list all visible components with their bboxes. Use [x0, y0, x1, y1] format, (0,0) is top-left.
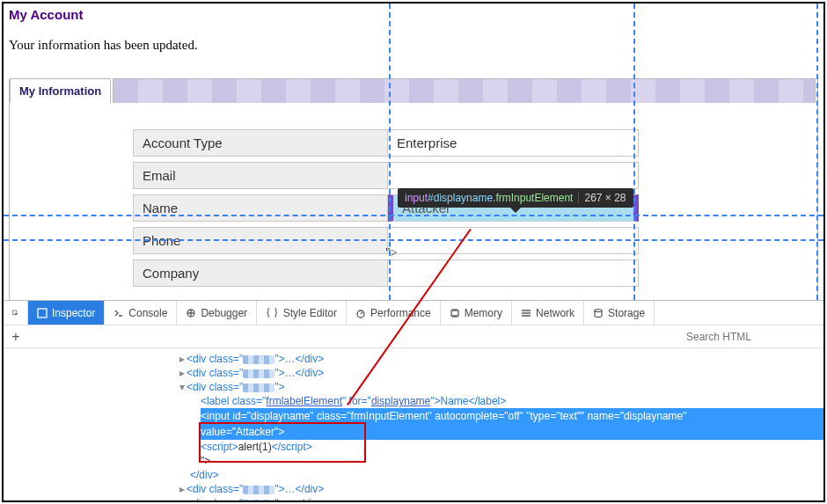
dom-tree[interactable]: <div class="">…</div> <div class="">…</d… [4, 348, 823, 502]
svg-point-5 [595, 309, 602, 311]
selected-dom-node[interactable]: <input id="displayname" class="frmInputE… [201, 408, 823, 424]
label-company: Company [133, 259, 388, 287]
element-hover-tooltip: input#displayname.frmInputElement 267 × … [398, 188, 633, 208]
tab-my-information[interactable]: My Information [10, 78, 111, 103]
devtools-tab-inspector[interactable]: Inspector [28, 301, 105, 325]
label-account-type: Account Type [133, 129, 388, 157]
svg-rect-4 [451, 310, 458, 316]
devtools-panel: Inspector Console Debugger { } Style Edi… [4, 300, 823, 500]
devtools-tab-debugger[interactable]: Debugger [177, 301, 257, 325]
tab-panel: Account TypeEnterprise Email NameAttacke… [10, 103, 817, 327]
label-phone: Phone [133, 227, 388, 254]
label-email: Email [133, 162, 388, 189]
value-account-type: Enterprise [388, 129, 639, 157]
devtools-tab-storage[interactable]: Storage [584, 301, 655, 325]
devtools-tab-style-editor[interactable]: { } Style Editor [257, 301, 347, 325]
stray-text: "> [385, 246, 398, 260]
devtools-tab-network[interactable]: Network [512, 301, 584, 325]
devtools-tab-performance[interactable]: Performance [347, 301, 441, 325]
devtools-tab-console[interactable]: Console [105, 301, 177, 325]
status-message: Your information has been updated. [4, 26, 823, 70]
value-company[interactable] [388, 259, 639, 287]
value-phone[interactable] [388, 227, 639, 254]
value-email[interactable] [388, 162, 639, 189]
add-node-icon[interactable]: + [4, 329, 28, 345]
tooltip-id: #displayname [428, 192, 493, 204]
element-picker-icon[interactable] [4, 301, 28, 325]
svg-rect-1 [38, 309, 47, 318]
label-name: Name [133, 194, 388, 222]
tabs-other-blurred [113, 78, 816, 103]
page-title: My Account [4, 4, 823, 26]
tooltip-class: .frmInputElement [493, 192, 573, 204]
tooltip-dimensions: 267 × 28 [578, 192, 626, 204]
devtools-tab-memory[interactable]: Memory [441, 301, 512, 325]
search-html-input[interactable] [683, 327, 823, 347]
tooltip-tag: input [405, 192, 428, 204]
